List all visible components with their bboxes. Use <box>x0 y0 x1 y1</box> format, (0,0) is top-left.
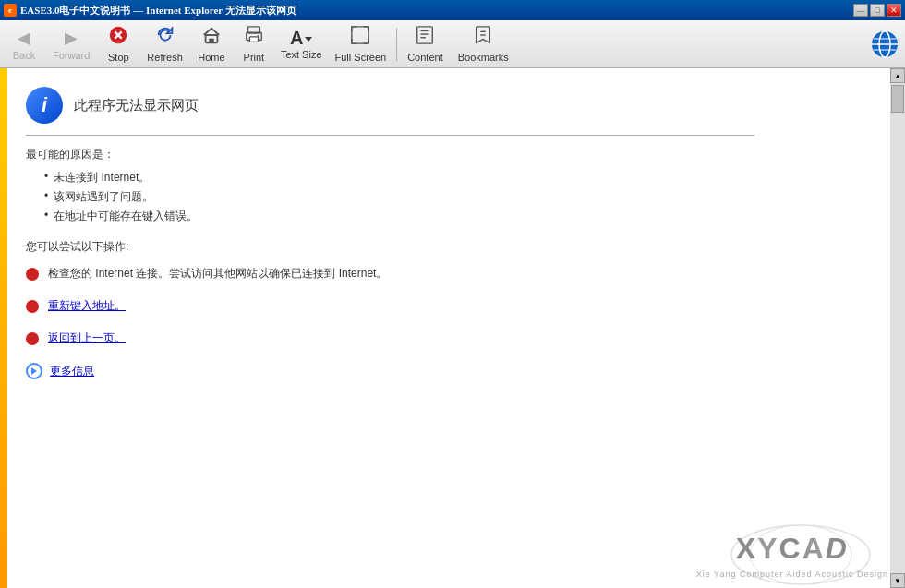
bookmarks-button[interactable]: Bookmarks <box>452 23 515 66</box>
home-icon <box>201 25 222 50</box>
fullscreen-label: Full Screen <box>335 52 387 63</box>
svg-rect-7 <box>249 37 258 42</box>
action-dot-2 <box>26 300 39 313</box>
action-link-3[interactable]: 返回到上一页。 <box>48 330 126 346</box>
reason-2: 该网站遇到了问题。 <box>54 189 153 205</box>
content-icon <box>415 25 435 50</box>
content-label: Content <box>407 52 443 63</box>
print-button[interactable]: Print <box>234 23 274 66</box>
app-icon: e <box>4 4 17 17</box>
content-button[interactable]: Content <box>401 23 450 66</box>
refresh-button[interactable]: Refresh <box>140 23 189 66</box>
svg-rect-10 <box>417 27 433 43</box>
left-sidebar-strip <box>0 68 7 588</box>
error-page: i 此程序无法显示网页 最可能的原因是： • 未连接到 Internet。 • … <box>7 68 905 398</box>
browser-area: ▲ ▼ i 此程序无法显示网页 最可能的原因是： • 未连接到 Internet… <box>0 68 905 588</box>
refresh-icon <box>155 25 175 50</box>
reason-1: 未连接到 Internet。 <box>54 170 150 186</box>
action-item-2: 重新键入地址。 <box>26 298 883 314</box>
scrollbar[interactable]: ▲ ▼ <box>890 68 905 588</box>
forward-button[interactable]: ▶ Forward <box>46 23 96 66</box>
svg-point-21 <box>731 525 870 584</box>
toolbar-separator <box>396 28 397 61</box>
home-label: Home <box>198 52 224 63</box>
info-icon: i <box>26 87 63 124</box>
fullscreen-button[interactable]: Full Screen <box>329 23 393 66</box>
svg-rect-9 <box>352 27 368 43</box>
action-dot-3 <box>26 332 39 345</box>
error-header: i 此程序无法显示网页 <box>26 87 883 124</box>
more-info-link[interactable]: 更多信息 <box>50 364 94 379</box>
window-controls: — □ ✕ <box>853 4 901 17</box>
title-bar-left: e EASE3.0电子中文说明书 — Internet Explorer 无法显… <box>4 4 296 18</box>
stop-icon <box>108 25 128 50</box>
print-label: Print <box>244 52 265 63</box>
more-info-icon <box>26 363 42 379</box>
textsize-top: A <box>290 28 312 49</box>
forward-icon: ▶ <box>65 28 78 48</box>
scroll-up-arrow[interactable]: ▲ <box>890 68 905 83</box>
toolbar: ◀ Back ▶ Forward Stop Refresh <box>0 20 905 68</box>
header-divider <box>26 135 754 136</box>
textsize-dropdown-arrow <box>305 37 312 42</box>
svg-point-8 <box>258 35 259 37</box>
error-title: 此程序无法显示网页 <box>74 97 199 114</box>
reason-item: • 该网站遇到了问题。 <box>44 189 883 205</box>
forward-label: Forward <box>53 50 90 61</box>
close-button[interactable]: ✕ <box>887 4 901 17</box>
restore-button[interactable]: □ <box>870 4 885 17</box>
more-arrow-icon <box>31 367 37 375</box>
action-item-3: 返回到上一页。 <box>26 330 883 346</box>
title-text: EASE3.0电子中文说明书 — Internet Explorer 无法显示该… <box>20 4 296 18</box>
xycad-watermark: XYCAD Xie Yang Computer Aided Acoustic D… <box>696 532 888 579</box>
home-button[interactable]: Home <box>191 23 232 66</box>
reason-item: • 在地址中可能存在键入错误。 <box>44 209 883 224</box>
minimize-button[interactable]: — <box>853 4 868 17</box>
actions-title: 您可以尝试以下操作: <box>26 239 883 255</box>
content-area: ▲ ▼ i 此程序无法显示网页 最可能的原因是： • 未连接到 Internet… <box>7 68 905 588</box>
back-label: Back <box>13 50 35 61</box>
more-info[interactable]: 更多信息 <box>26 363 883 379</box>
title-bar: e EASE3.0电子中文说明书 — Internet Explorer 无法显… <box>0 0 905 20</box>
scroll-thumb[interactable] <box>891 85 904 113</box>
stop-label: Stop <box>108 52 129 63</box>
svg-point-22 <box>750 525 851 584</box>
refresh-label: Refresh <box>147 52 183 63</box>
back-icon: ◀ <box>18 28 30 48</box>
stop-button[interactable]: Stop <box>98 23 139 66</box>
reasons-list: • 未连接到 Internet。 • 该网站遇到了问题。 • 在地址中可能存在键… <box>44 170 883 224</box>
reason-3: 在地址中可能存在键入错误。 <box>54 209 198 224</box>
action-text-1: 检查您的 Internet 连接。尝试访问其他网站以确保已连接到 Interne… <box>48 266 387 282</box>
action-item-1: 检查您的 Internet 连接。尝试访问其他网站以确保已连接到 Interne… <box>26 266 883 282</box>
textsize-button[interactable]: A Text Size <box>276 23 327 66</box>
bookmarks-icon <box>473 25 493 50</box>
svg-rect-4 <box>209 39 214 43</box>
scroll-down-arrow[interactable]: ▼ <box>890 573 905 588</box>
bookmarks-label: Bookmarks <box>458 52 509 63</box>
reason-item: • 未连接到 Internet。 <box>44 170 883 186</box>
ie-logo <box>868 28 901 61</box>
reasons-title: 最可能的原因是： <box>26 147 883 162</box>
action-link-2[interactable]: 重新键入地址。 <box>48 298 126 314</box>
back-button[interactable]: ◀ Back <box>4 23 44 66</box>
textsize-icon: A <box>290 28 303 49</box>
fullscreen-icon <box>350 25 370 50</box>
textsize-label: Text Size <box>281 49 322 60</box>
action-dot-1 <box>26 268 39 281</box>
print-icon <box>244 25 264 50</box>
